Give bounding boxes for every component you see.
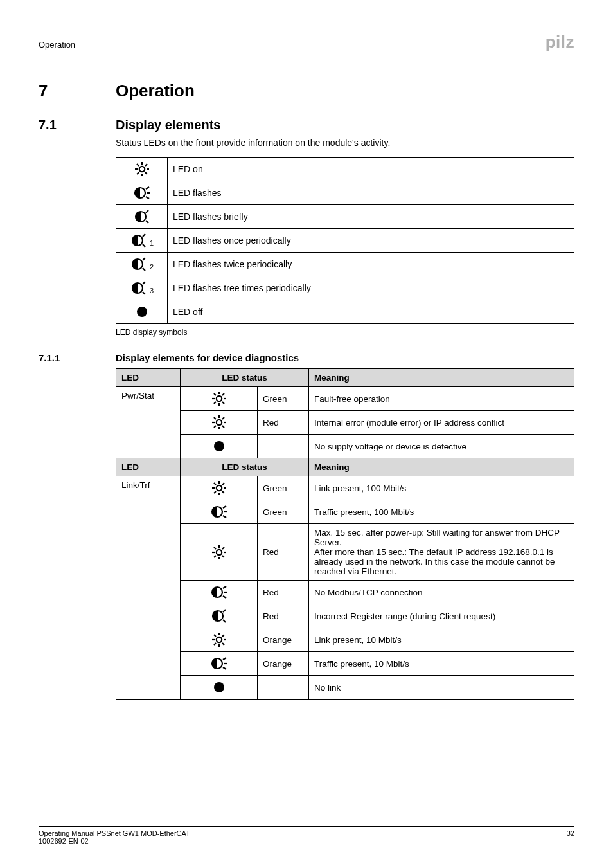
- led-flashes-briefly-icon: [116, 205, 168, 229]
- table-row: LED off: [116, 300, 574, 324]
- header-status: LED status: [181, 369, 309, 387]
- footer-line2: 1002692-EN-02: [39, 837, 190, 845]
- led-flashes-icon: [181, 581, 258, 604]
- led-label: Pwr/Stat: [116, 387, 181, 458]
- meaning-cell: Incorrect Register range (during Client …: [309, 604, 574, 628]
- color-cell: Green: [258, 476, 309, 500]
- header-led: LED: [116, 369, 181, 387]
- header-meaning: Meaning: [309, 458, 574, 476]
- footer-left: Operating Manual PSSnet GW1 MOD-EtherCAT…: [39, 829, 190, 845]
- section-7-1-1-heading: 7.1.1 Display elements for device diagno…: [39, 352, 574, 363]
- meaning-cell: No Modbus/TCP connection: [309, 581, 574, 604]
- led-flashes-twice-icon: 2: [116, 253, 168, 276]
- header-status: LED status: [181, 458, 309, 476]
- table-row: 1 LED flashes once periodically: [116, 229, 574, 253]
- color-cell: Green: [258, 387, 309, 411]
- section-title: Display elements: [116, 118, 220, 132]
- led-on-icon: [181, 524, 258, 581]
- led-flashes-three-icon: 3: [116, 276, 168, 300]
- symbol-desc: LED flashes briefly: [168, 205, 574, 229]
- section-title: Display elements for device diagnostics: [116, 352, 299, 363]
- table-row: Pwr/Stat Green Fault-free operation: [116, 387, 574, 411]
- section-number: 7: [39, 81, 116, 101]
- table-row: LED flashes: [116, 181, 574, 205]
- table-row: Orange Link present, 10 Mbit/s: [116, 628, 574, 652]
- pwrstat-table: LED LED status Meaning Pwr/Stat Green Fa…: [116, 368, 574, 458]
- header-meaning: Meaning: [309, 369, 574, 387]
- color-cell: Red: [258, 581, 309, 604]
- led-flashes-briefly-icon: [181, 604, 258, 628]
- linktrf-table: LED LED status Meaning Link/Trf Green Li…: [116, 458, 574, 700]
- intro-text: Status LEDs on the front provide informa…: [116, 138, 574, 148]
- meaning-cell: No link: [309, 676, 574, 700]
- color-cell: [258, 435, 309, 458]
- page-number: 32: [567, 829, 574, 845]
- color-cell: [258, 676, 309, 700]
- meaning-cell: Max. 15 sec. after power-up: Still waiti…: [309, 524, 574, 581]
- color-cell: Green: [258, 500, 309, 524]
- table-row: Red Internal error (module error) or IP …: [116, 411, 574, 435]
- color-cell: Red: [258, 524, 309, 581]
- led-on-icon: [181, 411, 258, 435]
- meaning-cell: Traffic present, 10 Mbit/s: [309, 652, 574, 676]
- section-7-1-heading: 7.1 Display elements: [39, 118, 574, 132]
- led-flashes-icon: [181, 652, 258, 676]
- symbol-desc: LED off: [168, 300, 574, 324]
- led-off-icon: [181, 435, 258, 458]
- led-on-icon: [181, 628, 258, 652]
- table-row: Green Traffic present, 100 Mbit/s: [116, 500, 574, 524]
- led-on-icon: [116, 158, 168, 181]
- section-number: 7.1.1: [39, 352, 116, 363]
- symbol-desc: LED flashes once periodically: [168, 229, 574, 253]
- section-number: 7.1: [39, 118, 116, 132]
- table-row: Link/Trf Green Link present, 100 Mbit/s: [116, 476, 574, 500]
- color-cell: Red: [258, 604, 309, 628]
- table-row: No link: [116, 676, 574, 700]
- page-header: Operation pilz: [39, 32, 574, 55]
- meaning-cell: Internal error (module error) or IP addr…: [309, 411, 574, 435]
- symbol-desc: LED flashes tree times periodically: [168, 276, 574, 300]
- led-off-icon: [116, 300, 168, 324]
- table-header-row: LED LED status Meaning: [116, 369, 574, 387]
- footer-line1: Operating Manual PSSnet GW1 MOD-EtherCAT: [39, 829, 190, 837]
- table-row: LED flashes briefly: [116, 205, 574, 229]
- led-off-icon: [181, 676, 258, 700]
- led-symbols-table: LED on LED flashes LED flashes briefly 1…: [116, 157, 574, 324]
- table-row: No supply voltage or device is defective: [116, 435, 574, 458]
- section-title: Operation: [116, 81, 195, 101]
- led-on-icon: [181, 387, 258, 411]
- color-cell: Orange: [258, 652, 309, 676]
- table-row: Orange Traffic present, 10 Mbit/s: [116, 652, 574, 676]
- symbol-desc: LED flashes: [168, 181, 574, 205]
- table-row: Red Max. 15 sec. after power-up: Still w…: [116, 524, 574, 581]
- color-cell: Red: [258, 411, 309, 435]
- header-section-label: Operation: [39, 40, 75, 50]
- color-cell: Orange: [258, 628, 309, 652]
- table-caption: LED display symbols: [116, 328, 574, 337]
- meaning-cell: Link present, 10 Mbit/s: [309, 628, 574, 652]
- meaning-cell: Fault-free operation: [309, 387, 574, 411]
- led-flashes-once-icon: 1: [116, 229, 168, 253]
- section-7-heading: 7 Operation: [39, 81, 574, 101]
- symbol-desc: LED flashes twice periodically: [168, 253, 574, 276]
- table-row: Red No Modbus/TCP connection: [116, 581, 574, 604]
- table-row: Red Incorrect Register range (during Cli…: [116, 604, 574, 628]
- meaning-cell: No supply voltage or device is defective: [309, 435, 574, 458]
- brand-logo: pilz: [546, 32, 574, 52]
- header-led: LED: [116, 458, 181, 476]
- meaning-cell: Link present, 100 Mbit/s: [309, 476, 574, 500]
- led-label: Link/Trf: [116, 476, 181, 700]
- led-on-icon: [181, 476, 258, 500]
- led-flashes-icon: [116, 181, 168, 205]
- table-header-row: LED LED status Meaning: [116, 458, 574, 476]
- table-row: 2 LED flashes twice periodically: [116, 253, 574, 276]
- meaning-cell: Traffic present, 100 Mbit/s: [309, 500, 574, 524]
- table-row: 3 LED flashes tree times periodically: [116, 276, 574, 300]
- table-row: LED on: [116, 158, 574, 181]
- page-footer: Operating Manual PSSnet GW1 MOD-EtherCAT…: [39, 826, 574, 845]
- symbol-desc: LED on: [168, 158, 574, 181]
- led-flashes-icon: [181, 500, 258, 524]
